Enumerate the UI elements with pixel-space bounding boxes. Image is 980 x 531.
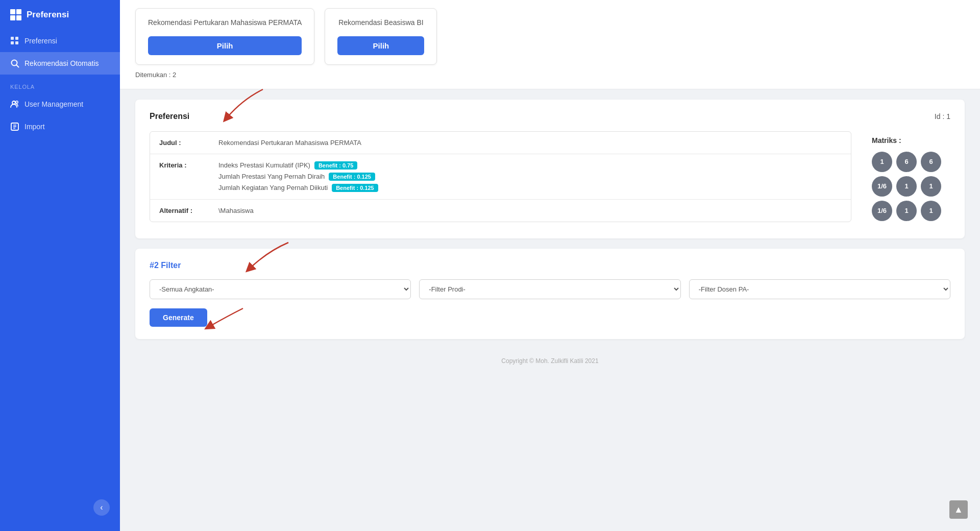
card-bi-title: Rekomendasi Beasiswa BI xyxy=(337,18,424,28)
sidebar: Preferensi Preferensi Rekomendasi Otomat… xyxy=(0,0,120,531)
grid-icon xyxy=(10,9,21,20)
section-header: Preferensi Id : 1 xyxy=(150,112,950,121)
kriteria-values: Indeks Prestasi Kumulatif (IPK) Benefit … xyxy=(218,161,378,192)
matrix-cell: 1 xyxy=(896,176,917,197)
footer: Copyright © Moh. Zulkifli Katili 2021 xyxy=(120,349,980,373)
btn-pilih-permata[interactable]: Pilih xyxy=(148,36,302,55)
card-permata-title: Rekomendasi Pertukaran Mahasiswa PERMATA xyxy=(148,18,302,28)
matrix-cell: 1/6 xyxy=(872,201,892,221)
alternatif-label: Alternatif : xyxy=(159,207,210,214)
main-content: Rekomendasi Pertukaran Mahasiswa PERMATA… xyxy=(120,0,980,531)
sidebar-item-user-management[interactable]: User Management xyxy=(0,93,120,115)
kriteria-item-1: Jumlah Prestasi Yang Pernah Diraih Benef… xyxy=(218,173,378,181)
scroll-top-button[interactable]: ▲ xyxy=(949,500,968,519)
footer-text: Copyright © Moh. Zulkifli Katili 2021 xyxy=(501,357,598,365)
generate-button[interactable]: Generate xyxy=(150,308,207,327)
top-section: Rekomendasi Pertukaran Mahasiswa PERMATA… xyxy=(120,0,980,89)
sidebar-item-user-management-label: User Management xyxy=(24,100,83,108)
matrix-cell: 1/6 xyxy=(872,176,892,197)
btn-pilih-bi[interactable]: Pilih xyxy=(337,36,424,55)
cards-row: Rekomendasi Pertukaran Mahasiswa PERMATA… xyxy=(135,8,965,65)
pref-detail-wrap: Judul : Rekomendasi Pertukaran Mahasiswa… xyxy=(150,131,950,226)
sidebar-item-import-label: Import xyxy=(24,123,45,131)
pref-row-alternatif: Alternatif : \Mahasiswa xyxy=(150,200,851,222)
sidebar-title: Preferensi xyxy=(27,10,69,20)
matrix-cell: 6 xyxy=(921,152,941,172)
card-bi: Rekomendasi Beasiswa BI Pilih xyxy=(325,8,437,65)
judul-label: Judul : xyxy=(159,139,210,147)
kriteria-item-2: Jumlah Kegiatan Yang Pernah Diikuti Bene… xyxy=(218,184,378,192)
kriteria-name-1: Jumlah Prestasi Yang Pernah Diraih xyxy=(218,173,325,180)
preferensi-title: Preferensi xyxy=(150,112,189,121)
svg-rect-3 xyxy=(15,41,18,44)
svg-rect-1 xyxy=(15,37,18,40)
judul-value: Rekomendasi Pertukaran Mahasiswa PERMATA xyxy=(218,139,361,147)
matrix-cell: 1 xyxy=(896,201,917,221)
matrix-cell: 1 xyxy=(872,152,892,172)
pref-row-judul: Judul : Rekomendasi Pertukaran Mahasiswa… xyxy=(150,132,851,154)
matriks-box: Matriks : 1661/6111/611 xyxy=(864,131,950,226)
kriteria-label: Kriteria : xyxy=(159,161,210,169)
badge-1: Benefit : 0.125 xyxy=(329,173,375,181)
filter-title: #2 Filter xyxy=(150,261,950,270)
pref-row-kriteria: Kriteria : Indeks Prestasi Kumulatif (IP… xyxy=(150,154,851,200)
svg-rect-2 xyxy=(11,41,14,44)
filter-dosen[interactable]: -Filter Dosen PA- xyxy=(689,279,950,299)
kriteria-item-0: Indeks Prestasi Kumulatif (IPK) Benefit … xyxy=(218,161,378,170)
matriks-grid: 1661/6111/611 xyxy=(872,152,942,221)
badge-2: Benefit : 0.125 xyxy=(332,184,378,192)
grid-small-icon xyxy=(10,36,19,45)
badge-0: Benefit : 0.75 xyxy=(314,161,357,170)
users-icon xyxy=(10,100,19,109)
kriteria-name-2: Jumlah Kegiatan Yang Pernah Diikuti xyxy=(218,184,328,191)
sidebar-item-rekomendasi[interactable]: Rekomendasi Otomatis xyxy=(0,52,120,75)
filter-row: -Semua Angkatan- -Filter Prodi- -Filter … xyxy=(150,279,950,299)
sidebar-item-preferensi-label: Preferensi xyxy=(24,37,57,45)
alternatif-value: \Mahasiswa xyxy=(218,207,254,214)
matriks-title: Matriks : xyxy=(872,136,942,144)
filter-angkatan[interactable]: -Semua Angkatan- xyxy=(150,279,411,299)
sidebar-collapse-button[interactable]: ‹ xyxy=(93,499,110,516)
sidebar-item-preferensi[interactable]: Preferensi xyxy=(0,30,120,52)
import-icon xyxy=(10,122,19,131)
preferensi-id: Id : 1 xyxy=(935,112,950,120)
svg-rect-0 xyxy=(11,37,14,40)
card-permata: Rekomendasi Pertukaran Mahasiswa PERMATA… xyxy=(135,8,314,65)
matrix-cell: 1 xyxy=(921,201,941,221)
preferensi-section-card: Preferensi Id : 1 Judul : Rekomendasi Pe… xyxy=(135,100,965,238)
sidebar-item-import[interactable]: Import xyxy=(0,115,120,138)
filter-section-card: #2 Filter -Semua Angkatan- -Filter Prodi… xyxy=(135,249,965,339)
search-icon xyxy=(10,59,19,68)
matrix-cell: 6 xyxy=(896,152,917,172)
sidebar-section-kelola: KELOLA xyxy=(0,75,120,93)
matrix-cell: 1 xyxy=(921,176,941,197)
svg-point-7 xyxy=(16,101,18,103)
sidebar-logo: Preferensi xyxy=(0,0,120,30)
ditemukan-text: Ditemukan : 2 xyxy=(135,71,965,79)
kriteria-name-0: Indeks Prestasi Kumulatif (IPK) xyxy=(218,161,310,169)
pref-table: Judul : Rekomendasi Pertukaran Mahasiswa… xyxy=(150,131,851,222)
svg-line-5 xyxy=(17,65,19,67)
sidebar-item-rekomendasi-label: Rekomendasi Otomatis xyxy=(24,59,99,67)
filter-prodi[interactable]: -Filter Prodi- xyxy=(419,279,680,299)
